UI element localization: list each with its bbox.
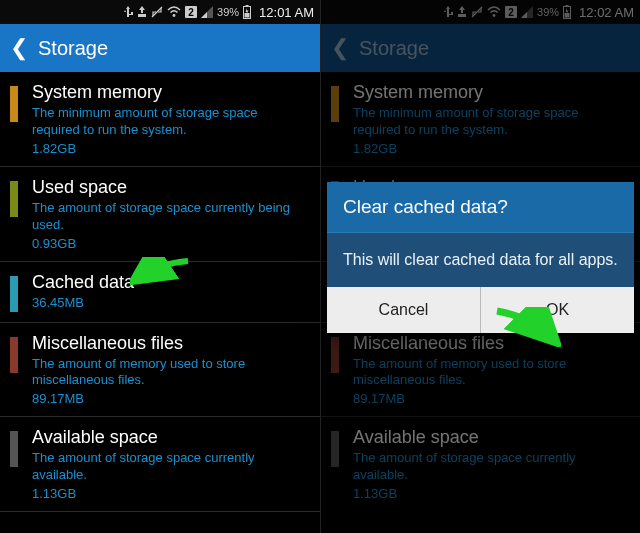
battery-icon: [563, 5, 571, 19]
svg-rect-0: [138, 14, 146, 17]
item-size: 1.13GB: [32, 486, 308, 501]
item-used-space[interactable]: Used space The amount of storage space c…: [0, 167, 320, 262]
item-desc: The amount of memory used to store misce…: [32, 356, 308, 390]
back-icon[interactable]: ❮: [10, 35, 28, 61]
color-chip: [10, 431, 18, 467]
screen-storage: 2 39% 12:01 AM ❮ Storage System memory T…: [0, 0, 320, 533]
color-chip: [10, 337, 18, 373]
cancel-button[interactable]: Cancel: [327, 287, 480, 333]
item-desc: The minimum amount of storage space requ…: [353, 105, 628, 139]
sim-badge: 2: [185, 6, 197, 18]
back-icon: ❮: [331, 35, 349, 61]
color-chip: [331, 86, 339, 122]
item-title: System memory: [353, 82, 628, 103]
item-desc: The amount of storage space currently av…: [353, 450, 628, 484]
item-available-space: Available space The amount of storage sp…: [321, 417, 640, 511]
item-title: Miscellaneous files: [353, 333, 628, 354]
color-chip: [10, 86, 18, 122]
ok-button[interactable]: OK: [480, 287, 634, 333]
color-chip: [331, 337, 339, 373]
signal-icon: [521, 6, 533, 18]
dialog-clear-cache: Clear cached data? This will clear cache…: [327, 182, 634, 333]
wifi-icon: [487, 6, 501, 18]
item-desc: The amount of memory used to store misce…: [353, 356, 628, 390]
svg-rect-5: [458, 14, 466, 17]
item-size: 89.17MB: [32, 391, 308, 406]
color-chip: [10, 181, 18, 217]
item-desc: The amount of storage space currently av…: [32, 450, 308, 484]
item-title: Cached data: [32, 272, 308, 293]
item-size: 0.93GB: [32, 236, 308, 251]
color-chip: [10, 276, 18, 312]
item-title: Miscellaneous files: [32, 333, 308, 354]
usb-icon: [123, 6, 133, 18]
upload-icon: [137, 6, 147, 18]
dialog-actions: Cancel OK: [327, 287, 634, 333]
color-chip: [331, 431, 339, 467]
item-size: 1.82GB: [32, 141, 308, 156]
dialog-body: This will clear cached data for all apps…: [327, 232, 634, 287]
upload-icon: [457, 6, 467, 18]
svg-rect-9: [565, 13, 570, 18]
wifi-icon: [167, 6, 181, 18]
battery-percent: 39%: [217, 6, 239, 18]
page-title: Storage: [359, 37, 429, 60]
status-bar: 2 39% 12:02 AM: [321, 0, 640, 24]
item-system-memory[interactable]: System memory The minimum amount of stor…: [0, 72, 320, 167]
item-title: Used space: [32, 177, 308, 198]
item-title: Available space: [32, 427, 308, 448]
battery-icon: [243, 5, 251, 19]
item-available-space[interactable]: Available space The amount of storage sp…: [0, 417, 320, 512]
item-size: 1.13GB: [353, 486, 628, 501]
item-size: 1.82GB: [353, 141, 628, 156]
status-bar: 2 39% 12:01 AM: [0, 0, 320, 24]
storage-list: System memory The minimum amount of stor…: [0, 72, 320, 512]
header-bar: ❮ Storage: [0, 24, 320, 72]
item-cached-data[interactable]: Cached data 36.45MB: [0, 262, 320, 323]
item-title: System memory: [32, 82, 308, 103]
no-sim-icon: [471, 6, 483, 18]
dialog-title: Clear cached data?: [327, 182, 634, 232]
no-sim-icon: [151, 6, 163, 18]
clock: 12:02 AM: [579, 5, 634, 20]
battery-percent: 39%: [537, 6, 559, 18]
item-desc: The minimum amount of storage space requ…: [32, 105, 308, 139]
item-misc-files: Miscellaneous files The amount of memory…: [321, 323, 640, 418]
item-misc-files[interactable]: Miscellaneous files The amount of memory…: [0, 323, 320, 418]
page-title: Storage: [38, 37, 108, 60]
item-size: 36.45MB: [32, 295, 308, 310]
sim-badge: 2: [505, 6, 517, 18]
item-desc: The amount of storage space currently be…: [32, 200, 308, 234]
svg-point-1: [173, 14, 176, 17]
svg-rect-4: [245, 13, 250, 18]
screen-storage-dialog: 2 39% 12:02 AM ❮ Storage System memory T…: [320, 0, 640, 533]
item-system-memory: System memory The minimum amount of stor…: [321, 72, 640, 167]
header-bar: ❮ Storage: [321, 24, 640, 72]
item-size: 89.17MB: [353, 391, 628, 406]
usb-icon: [443, 6, 453, 18]
signal-icon: [201, 6, 213, 18]
clock: 12:01 AM: [259, 5, 314, 20]
item-title: Available space: [353, 427, 628, 448]
svg-point-6: [493, 14, 496, 17]
